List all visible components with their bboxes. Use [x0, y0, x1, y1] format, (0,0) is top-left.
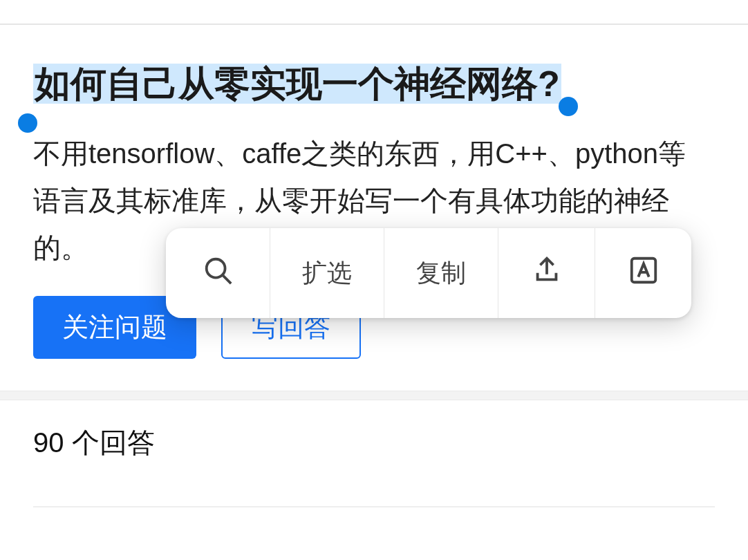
top-bar — [0, 0, 748, 25]
question-title[interactable]: 如何自己从零实现一个神经网络? — [33, 64, 561, 104]
share-icon — [531, 254, 563, 292]
question-title-wrap: 如何自己从零实现一个神经网络? — [33, 59, 561, 108]
context-menu-expand-selection[interactable]: 扩选 — [270, 228, 384, 318]
text-selection-context-menu: 扩选 复制 — [166, 228, 691, 318]
context-menu-share[interactable] — [498, 228, 595, 318]
context-menu-search[interactable] — [166, 228, 270, 318]
svg-line-1 — [223, 275, 232, 283]
search-icon — [202, 254, 234, 292]
answers-divider — [33, 506, 715, 507]
context-menu-copy[interactable]: 复制 — [384, 228, 498, 318]
question-description-text-before: 不用tensorflow、caffe之类的东西，用C++、python等语言及其… — [33, 138, 686, 216]
translate-icon — [628, 254, 660, 292]
selection-handle-right[interactable] — [559, 97, 578, 116]
question-description-text-after: 的。 — [33, 232, 88, 263]
section-divider — [0, 391, 748, 400]
svg-point-0 — [207, 259, 225, 277]
context-menu-translate[interactable] — [595, 228, 691, 318]
selection-handle-left[interactable] — [18, 113, 37, 133]
answers-count: 90 个回答 — [0, 400, 748, 485]
